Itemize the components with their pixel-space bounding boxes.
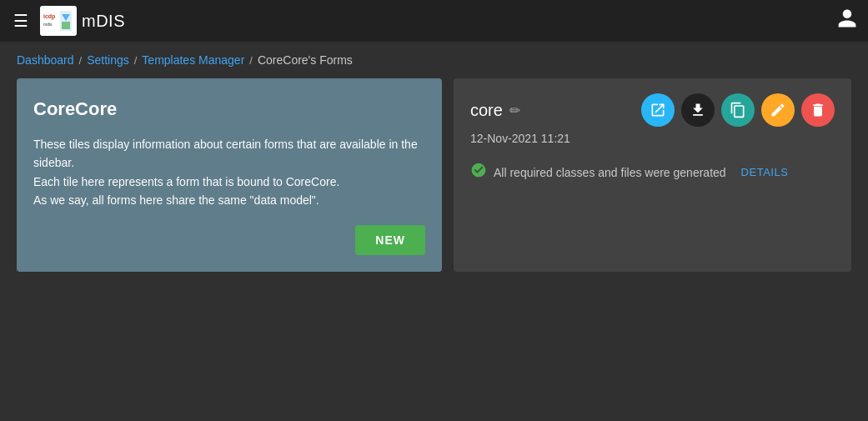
- navbar: ☰ icdp mdis mDIS: [0, 0, 868, 42]
- download-icon: [690, 102, 706, 118]
- form-name: core: [470, 101, 503, 120]
- edit-button[interactable]: [761, 93, 795, 127]
- new-button[interactable]: NEW: [355, 225, 425, 255]
- check-circle-icon: [470, 162, 487, 178]
- info-line-3: As we say, all forms here share the same…: [33, 191, 425, 209]
- breadcrumb-dashboard[interactable]: Dashboard: [17, 53, 74, 67]
- navbar-right: [836, 8, 858, 34]
- breadcrumb-sep-1: /: [79, 54, 83, 67]
- main-content: CoreCore These tiles display information…: [0, 78, 868, 288]
- info-panel-title: CoreCore: [33, 98, 425, 120]
- edit-icon: [770, 102, 786, 118]
- copy-button[interactable]: [721, 93, 755, 127]
- svg-text:icdp: icdp: [43, 13, 55, 20]
- form-date: 12-Nov-2021 11:21: [470, 132, 835, 145]
- open-icon: [650, 102, 666, 118]
- details-link[interactable]: DETAILS: [741, 166, 789, 178]
- form-status: All required classes and files were gene…: [470, 162, 835, 183]
- logo-container: icdp mdis mDIS: [40, 6, 125, 36]
- info-panel-content: CoreCore These tiles display information…: [33, 98, 425, 210]
- breadcrumb-sep-3: /: [249, 54, 253, 67]
- info-panel-body: These tiles display information about ce…: [33, 135, 425, 210]
- form-header-left: core ✏: [470, 101, 520, 120]
- breadcrumb-current: CoreCore's Forms: [258, 53, 353, 67]
- download-button[interactable]: [681, 93, 715, 127]
- svg-text:mdis: mdis: [43, 22, 53, 27]
- open-form-button[interactable]: [641, 93, 675, 127]
- person-svg: [836, 8, 858, 29]
- breadcrumb: Dashboard / Settings / Templates Manager…: [0, 42, 868, 78]
- app-title: mDIS: [82, 12, 125, 31]
- delete-button[interactable]: [801, 93, 835, 127]
- breadcrumb-settings[interactable]: Settings: [87, 53, 129, 67]
- form-header: core ✏: [470, 93, 835, 127]
- logo-box: icdp mdis: [40, 6, 77, 36]
- status-message: All required classes and files were gene…: [494, 166, 726, 179]
- breadcrumb-sep-2: /: [134, 54, 138, 67]
- hamburger-icon[interactable]: ☰: [10, 8, 32, 34]
- info-line-2: Each tile here represents a form that is…: [33, 173, 425, 191]
- breadcrumb-templates-manager[interactable]: Templates Manager: [142, 53, 244, 67]
- info-line-1: These tiles display information about ce…: [33, 135, 425, 173]
- copy-icon: [730, 102, 746, 118]
- info-panel-footer: NEW: [33, 225, 425, 255]
- user-icon[interactable]: [836, 8, 858, 34]
- form-panel: core ✏: [454, 78, 851, 272]
- info-panel: CoreCore These tiles display information…: [17, 78, 442, 272]
- logo-svg: icdp mdis: [42, 8, 75, 34]
- form-actions: [641, 93, 835, 127]
- delete-icon: [810, 102, 826, 118]
- status-check-icon: [470, 162, 487, 183]
- navbar-left: ☰ icdp mdis mDIS: [10, 6, 125, 36]
- form-edit-inline-icon[interactable]: ✏: [509, 103, 520, 118]
